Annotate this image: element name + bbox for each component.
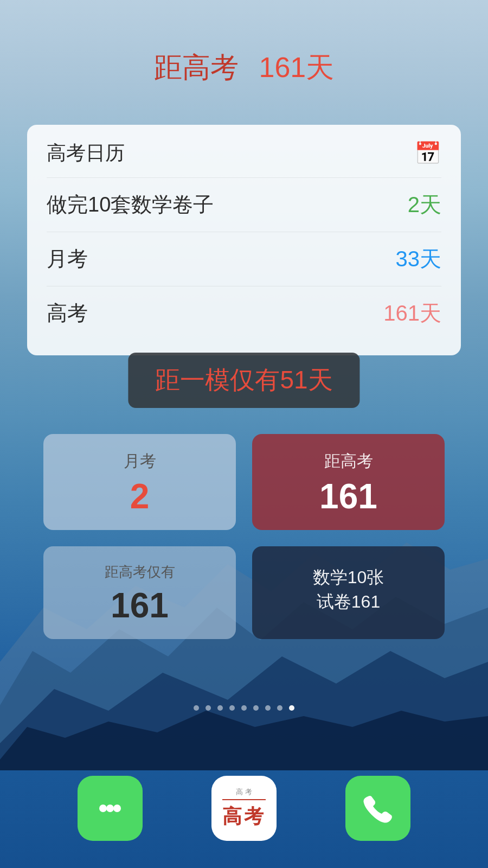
cal-label-gaokao: 高考: [47, 299, 88, 327]
widget-gaokao-only[interactable]: 距高考仅有 161: [43, 546, 236, 639]
dot-9-active: [289, 705, 294, 711]
countdown-label: 距高考: [154, 52, 239, 83]
cal-value-gaokao: 161天: [383, 298, 441, 328]
calendar-row-monthly: 月考 33天: [47, 232, 441, 286]
yimo-banner: 距一模仅有51天: [128, 353, 359, 408]
calendar-header: 高考日历 📅: [47, 140, 441, 167]
dot-2: [206, 705, 211, 711]
widget-gaokao-only-label: 距高考仅有: [105, 563, 175, 582]
svg-point-1: [106, 805, 114, 812]
dot-8: [277, 705, 282, 711]
widget-yuekao-label: 月考: [124, 450, 156, 473]
widget-shuxue[interactable]: 数学10张 试卷161: [252, 546, 445, 639]
dot-7: [265, 705, 271, 711]
svg-point-2: [113, 805, 121, 812]
widget-yuekao[interactable]: 月考 2: [43, 434, 236, 530]
cal-label-math: 做完10套数学卷子: [47, 191, 214, 219]
countdown-value: 161天: [259, 52, 335, 83]
widget-gaokao-label: 距高考: [324, 450, 373, 473]
widget-gaokao[interactable]: 距高考 161: [252, 434, 445, 530]
dot-5: [241, 705, 247, 711]
calendar-icon: 📅: [414, 141, 441, 166]
dot-4: [229, 705, 235, 711]
yimo-banner-text: 距一模仅有51天: [155, 366, 332, 394]
widget-gaokao-number: 161: [319, 479, 377, 514]
widget-grid: 月考 2 距高考 161 距高考仅有 161 数学10张 试卷161: [43, 434, 445, 639]
calendar-row-gaokao: 高考 161天: [47, 286, 441, 340]
calendar-title: 高考日历: [47, 140, 125, 167]
widget-shuxue-label: 数学10张 试卷161: [313, 565, 384, 614]
svg-point-0: [99, 805, 107, 812]
widget-yuekao-number: 2: [130, 479, 150, 514]
dot-3: [217, 705, 223, 711]
gaokao-app-icon[interactable]: 高 考 高考: [211, 776, 277, 841]
phone-app-icon[interactable]: [345, 776, 410, 841]
cal-label-monthly: 月考: [47, 245, 88, 273]
widget-gaokao-only-number: 161: [111, 588, 169, 623]
app-dock: 高 考 高考: [0, 776, 488, 841]
calendar-widget[interactable]: 高考日历 📅 做完10套数学卷子 2天 月考 33天 高考 161天: [27, 125, 461, 355]
top-countdown: 距高考 161天: [0, 49, 488, 87]
calendar-row-math: 做完10套数学卷子 2天: [47, 177, 441, 232]
dot-1: [194, 705, 199, 711]
dot-6: [253, 705, 259, 711]
page-indicator: [0, 705, 488, 711]
cal-value-monthly: 33天: [396, 244, 442, 274]
messages-app-icon[interactable]: [78, 776, 143, 841]
cal-value-math: 2天: [408, 190, 441, 220]
gaokao-app-label: 高考: [222, 803, 266, 830]
